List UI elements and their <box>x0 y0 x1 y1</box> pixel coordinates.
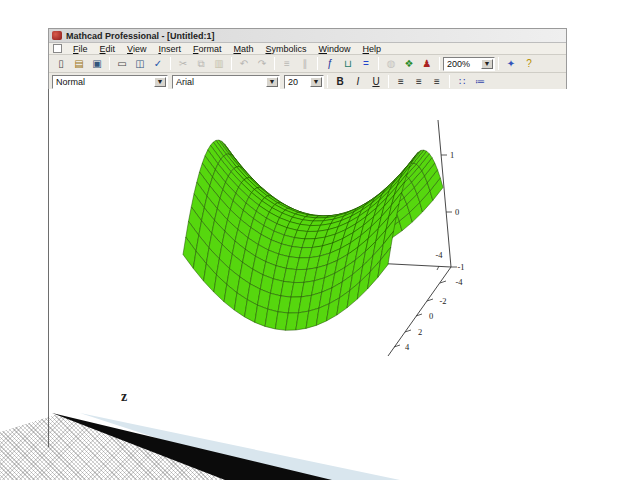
menu-file[interactable]: File <box>67 44 94 54</box>
paste-button[interactable]: ▥ <box>210 56 228 71</box>
axis-tick-label: -1 <box>457 262 464 272</box>
axis-tick-label: 2 <box>418 327 422 337</box>
print-icon: ▭ <box>117 59 126 69</box>
component-wizard-icon: ❖ <box>405 59 414 69</box>
numbering-icon: ≔ <box>475 77 485 87</box>
insert-hyperlink-icon: ◍ <box>387 59 396 69</box>
help-icon: ? <box>526 59 532 69</box>
redo-button[interactable]: ↷ <box>253 56 271 71</box>
axis-tick-label: -4 <box>435 250 443 260</box>
mathcad-app-icon <box>52 31 62 40</box>
help-button[interactable]: ? <box>520 56 538 71</box>
align-across-button[interactable]: ≡ <box>278 56 296 71</box>
axis-tick-label: -2 <box>439 296 446 306</box>
worksheet-area[interactable]: 10-1-42-4-2024 z <box>48 89 567 447</box>
document-icon[interactable] <box>53 44 62 53</box>
plot-variable-label[interactable]: z <box>121 389 127 405</box>
copy-icon: ⧉ <box>197 59 204 69</box>
menu-help[interactable]: Help <box>357 44 388 54</box>
chevron-down-icon[interactable]: ▼ <box>154 77 166 87</box>
zoom-combo-value: 200% <box>447 59 470 69</box>
align-left-icon: ≡ <box>398 77 404 87</box>
axis-tick-label: -4 <box>455 277 463 287</box>
font-combo-value: Arial <box>176 77 194 87</box>
calculate-button[interactable]: = <box>357 56 375 71</box>
resource-center-icon: ✦ <box>507 59 515 69</box>
bold-icon: B <box>336 77 343 87</box>
chevron-down-icon[interactable]: ▼ <box>310 77 322 87</box>
axis-tick-label: 4 <box>405 342 410 352</box>
font-size-combo-value: 20 <box>288 77 298 87</box>
undo-icon: ↶ <box>240 59 248 69</box>
underline-button[interactable]: U <box>367 74 385 89</box>
standard-toolbar: ▯▤▣▭◫✓✂⧉▥↶↷≡∥ƒ⊔=◍❖♟200%▼✦? <box>49 55 566 73</box>
align-center-icon: ≡ <box>416 77 422 87</box>
underline-icon: U <box>372 77 379 87</box>
font-size-combo[interactable]: 20 ▼ <box>284 75 324 89</box>
insert-function-icon: ƒ <box>327 59 333 69</box>
check-spelling-button[interactable]: ✓ <box>149 56 167 71</box>
surface-plot-region[interactable]: 10-1-42-4-2024 <box>141 105 481 375</box>
axis-tick-label: 0 <box>455 207 459 217</box>
redo-icon: ↷ <box>258 59 266 69</box>
resource-center-button[interactable]: ✦ <box>502 56 520 71</box>
surface-mesh <box>183 140 443 330</box>
italic-button[interactable]: I <box>349 74 367 89</box>
menu-window[interactable]: Window <box>313 44 357 54</box>
slide-background: Mathcad Professional - [Untitled:1] File… <box>0 0 640 480</box>
align-right-icon: ≡ <box>434 77 440 87</box>
insert-unit-button[interactable]: ⊔ <box>339 56 357 71</box>
open-icon: ▤ <box>74 59 83 69</box>
align-center-button[interactable]: ≡ <box>410 74 428 89</box>
zoom-combo[interactable]: 200%▼ <box>443 57 495 71</box>
cut-button[interactable]: ✂ <box>174 56 192 71</box>
bold-button[interactable]: B <box>331 74 349 89</box>
chevron-down-icon[interactable]: ▼ <box>266 77 278 87</box>
run-mathconnex-icon: ♟ <box>423 59 432 69</box>
align-right-button[interactable]: ≡ <box>428 74 446 89</box>
italic-icon: I <box>357 77 360 87</box>
menu-bar: FileEditViewInsertFormatMathSymbolicsWin… <box>49 43 566 55</box>
bullets-icon: ∷ <box>459 77 465 87</box>
print-button[interactable]: ▭ <box>113 56 131 71</box>
copy-button[interactable]: ⧉ <box>192 56 210 71</box>
menu-insert[interactable]: Insert <box>152 44 187 54</box>
mathcad-window: Mathcad Professional - [Untitled:1] File… <box>48 28 567 92</box>
insert-unit-icon: ⊔ <box>344 59 352 69</box>
z-axis-line <box>438 120 451 267</box>
title-bar[interactable]: Mathcad Professional - [Untitled:1] <box>49 29 566 43</box>
undo-button[interactable]: ↶ <box>235 56 253 71</box>
font-combo[interactable]: Arial ▼ <box>172 75 280 89</box>
align-down-icon: ∥ <box>303 59 308 69</box>
chevron-down-icon[interactable]: ▼ <box>481 59 493 69</box>
calculate-icon: = <box>363 59 369 69</box>
run-mathconnex-button[interactable]: ♟ <box>418 56 436 71</box>
align-down-button[interactable]: ∥ <box>296 56 314 71</box>
align-across-icon: ≡ <box>284 59 290 69</box>
new-icon: ▯ <box>58 59 64 69</box>
menu-edit[interactable]: Edit <box>94 44 122 54</box>
open-button[interactable]: ▤ <box>70 56 88 71</box>
menu-format[interactable]: Format <box>187 44 228 54</box>
menu-math[interactable]: Math <box>227 44 259 54</box>
window-title: Mathcad Professional - [Untitled:1] <box>66 31 215 41</box>
print-preview-icon: ◫ <box>135 59 144 69</box>
menu-symbolics[interactable]: Symbolics <box>259 44 312 54</box>
save-icon: ▣ <box>92 59 101 69</box>
style-combo[interactable]: Normal ▼ <box>52 75 168 89</box>
align-left-button[interactable]: ≡ <box>392 74 410 89</box>
axis-tick-label: 0 <box>429 311 433 321</box>
new-button[interactable]: ▯ <box>52 56 70 71</box>
cut-icon: ✂ <box>179 59 187 69</box>
paste-icon: ▥ <box>214 59 223 69</box>
x-axis-line <box>388 267 451 356</box>
save-button[interactable]: ▣ <box>88 56 106 71</box>
style-combo-value: Normal <box>56 77 85 87</box>
print-preview-button[interactable]: ◫ <box>131 56 149 71</box>
bullets-button[interactable]: ∷ <box>453 74 471 89</box>
menu-view[interactable]: View <box>121 44 152 54</box>
insert-function-button[interactable]: ƒ <box>321 56 339 71</box>
component-wizard-button[interactable]: ❖ <box>400 56 418 71</box>
numbering-button[interactable]: ≔ <box>471 74 489 89</box>
insert-hyperlink-button[interactable]: ◍ <box>382 56 400 71</box>
